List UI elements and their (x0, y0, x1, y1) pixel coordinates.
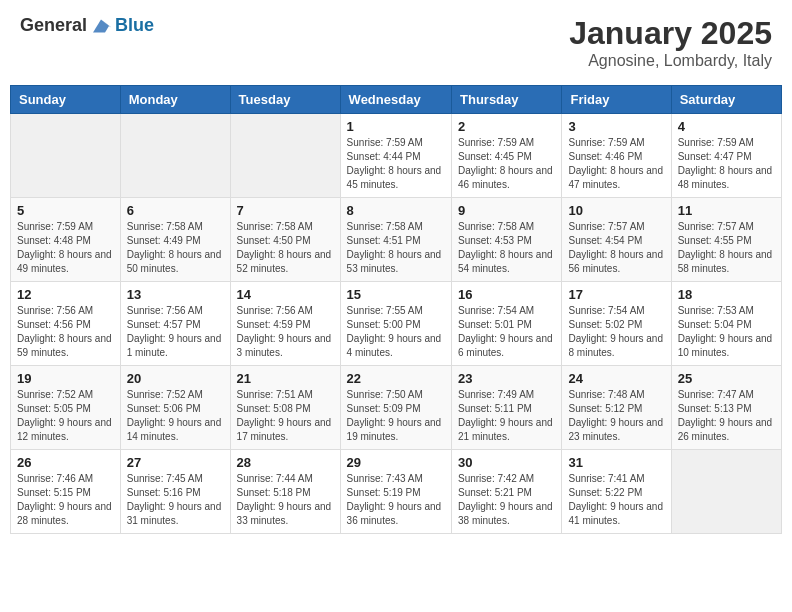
day-info: Sunrise: 7:42 AM Sunset: 5:21 PM Dayligh… (458, 472, 555, 528)
day-info: Sunrise: 7:55 AM Sunset: 5:00 PM Dayligh… (347, 304, 445, 360)
day-info: Sunrise: 7:58 AM Sunset: 4:53 PM Dayligh… (458, 220, 555, 276)
day-number: 18 (678, 287, 775, 302)
day-number: 15 (347, 287, 445, 302)
day-number: 21 (237, 371, 334, 386)
day-number: 31 (568, 455, 664, 470)
calendar-cell: 31Sunrise: 7:41 AM Sunset: 5:22 PM Dayli… (562, 450, 671, 534)
calendar-cell: 18Sunrise: 7:53 AM Sunset: 5:04 PM Dayli… (671, 282, 781, 366)
weekday-header-saturday: Saturday (671, 86, 781, 114)
calendar-cell: 30Sunrise: 7:42 AM Sunset: 5:21 PM Dayli… (452, 450, 562, 534)
day-number: 12 (17, 287, 114, 302)
day-number: 10 (568, 203, 664, 218)
day-number: 27 (127, 455, 224, 470)
calendar-cell: 28Sunrise: 7:44 AM Sunset: 5:18 PM Dayli… (230, 450, 340, 534)
calendar-cell: 1Sunrise: 7:59 AM Sunset: 4:44 PM Daylig… (340, 114, 451, 198)
day-number: 1 (347, 119, 445, 134)
calendar-cell: 22Sunrise: 7:50 AM Sunset: 5:09 PM Dayli… (340, 366, 451, 450)
day-info: Sunrise: 7:57 AM Sunset: 4:54 PM Dayligh… (568, 220, 664, 276)
day-info: Sunrise: 7:41 AM Sunset: 5:22 PM Dayligh… (568, 472, 664, 528)
location-subtitle: Agnosine, Lombardy, Italy (569, 52, 772, 70)
day-info: Sunrise: 7:44 AM Sunset: 5:18 PM Dayligh… (237, 472, 334, 528)
day-info: Sunrise: 7:53 AM Sunset: 5:04 PM Dayligh… (678, 304, 775, 360)
day-number: 17 (568, 287, 664, 302)
day-number: 8 (347, 203, 445, 218)
day-number: 2 (458, 119, 555, 134)
day-number: 30 (458, 455, 555, 470)
day-info: Sunrise: 7:59 AM Sunset: 4:47 PM Dayligh… (678, 136, 775, 192)
day-info: Sunrise: 7:54 AM Sunset: 5:01 PM Dayligh… (458, 304, 555, 360)
calendar-cell: 20Sunrise: 7:52 AM Sunset: 5:06 PM Dayli… (120, 366, 230, 450)
day-info: Sunrise: 7:51 AM Sunset: 5:08 PM Dayligh… (237, 388, 334, 444)
day-info: Sunrise: 7:54 AM Sunset: 5:02 PM Dayligh… (568, 304, 664, 360)
title-area: January 2025 Agnosine, Lombardy, Italy (569, 15, 772, 70)
weekday-header-wednesday: Wednesday (340, 86, 451, 114)
calendar-cell: 21Sunrise: 7:51 AM Sunset: 5:08 PM Dayli… (230, 366, 340, 450)
day-info: Sunrise: 7:46 AM Sunset: 5:15 PM Dayligh… (17, 472, 114, 528)
day-number: 28 (237, 455, 334, 470)
weekday-header-sunday: Sunday (11, 86, 121, 114)
calendar-cell: 12Sunrise: 7:56 AM Sunset: 4:56 PM Dayli… (11, 282, 121, 366)
calendar-cell: 6Sunrise: 7:58 AM Sunset: 4:49 PM Daylig… (120, 198, 230, 282)
calendar-cell (671, 450, 781, 534)
calendar-cell (230, 114, 340, 198)
day-number: 23 (458, 371, 555, 386)
calendar-cell: 27Sunrise: 7:45 AM Sunset: 5:16 PM Dayli… (120, 450, 230, 534)
calendar-cell: 23Sunrise: 7:49 AM Sunset: 5:11 PM Dayli… (452, 366, 562, 450)
day-number: 29 (347, 455, 445, 470)
day-number: 25 (678, 371, 775, 386)
day-number: 7 (237, 203, 334, 218)
day-number: 11 (678, 203, 775, 218)
day-number: 5 (17, 203, 114, 218)
calendar-week-row: 5Sunrise: 7:59 AM Sunset: 4:48 PM Daylig… (11, 198, 782, 282)
day-number: 9 (458, 203, 555, 218)
day-info: Sunrise: 7:59 AM Sunset: 4:48 PM Dayligh… (17, 220, 114, 276)
calendar-cell: 17Sunrise: 7:54 AM Sunset: 5:02 PM Dayli… (562, 282, 671, 366)
calendar-cell: 2Sunrise: 7:59 AM Sunset: 4:45 PM Daylig… (452, 114, 562, 198)
day-number: 4 (678, 119, 775, 134)
calendar-week-row: 12Sunrise: 7:56 AM Sunset: 4:56 PM Dayli… (11, 282, 782, 366)
day-number: 13 (127, 287, 224, 302)
calendar-week-row: 1Sunrise: 7:59 AM Sunset: 4:44 PM Daylig… (11, 114, 782, 198)
weekday-header-friday: Friday (562, 86, 671, 114)
day-info: Sunrise: 7:43 AM Sunset: 5:19 PM Dayligh… (347, 472, 445, 528)
calendar-cell: 3Sunrise: 7:59 AM Sunset: 4:46 PM Daylig… (562, 114, 671, 198)
calendar-week-row: 26Sunrise: 7:46 AM Sunset: 5:15 PM Dayli… (11, 450, 782, 534)
calendar-cell: 13Sunrise: 7:56 AM Sunset: 4:57 PM Dayli… (120, 282, 230, 366)
calendar-cell: 29Sunrise: 7:43 AM Sunset: 5:19 PM Dayli… (340, 450, 451, 534)
logo: General Blue (20, 15, 154, 36)
day-number: 6 (127, 203, 224, 218)
day-info: Sunrise: 7:52 AM Sunset: 5:06 PM Dayligh… (127, 388, 224, 444)
page-header: General Blue January 2025 Agnosine, Lomb… (10, 10, 782, 75)
month-title: January 2025 (569, 15, 772, 52)
calendar-cell: 10Sunrise: 7:57 AM Sunset: 4:54 PM Dayli… (562, 198, 671, 282)
calendar-week-row: 19Sunrise: 7:52 AM Sunset: 5:05 PM Dayli… (11, 366, 782, 450)
day-info: Sunrise: 7:59 AM Sunset: 4:46 PM Dayligh… (568, 136, 664, 192)
day-info: Sunrise: 7:56 AM Sunset: 4:57 PM Dayligh… (127, 304, 224, 360)
calendar-table: SundayMondayTuesdayWednesdayThursdayFrid… (10, 85, 782, 534)
day-info: Sunrise: 7:49 AM Sunset: 5:11 PM Dayligh… (458, 388, 555, 444)
day-number: 3 (568, 119, 664, 134)
day-info: Sunrise: 7:58 AM Sunset: 4:51 PM Dayligh… (347, 220, 445, 276)
calendar-cell: 7Sunrise: 7:58 AM Sunset: 4:50 PM Daylig… (230, 198, 340, 282)
calendar-cell: 5Sunrise: 7:59 AM Sunset: 4:48 PM Daylig… (11, 198, 121, 282)
calendar-cell: 15Sunrise: 7:55 AM Sunset: 5:00 PM Dayli… (340, 282, 451, 366)
day-info: Sunrise: 7:48 AM Sunset: 5:12 PM Dayligh… (568, 388, 664, 444)
calendar-cell: 26Sunrise: 7:46 AM Sunset: 5:15 PM Dayli… (11, 450, 121, 534)
weekday-header-tuesday: Tuesday (230, 86, 340, 114)
day-info: Sunrise: 7:47 AM Sunset: 5:13 PM Dayligh… (678, 388, 775, 444)
day-number: 20 (127, 371, 224, 386)
weekday-header-monday: Monday (120, 86, 230, 114)
day-info: Sunrise: 7:58 AM Sunset: 4:49 PM Dayligh… (127, 220, 224, 276)
day-info: Sunrise: 7:59 AM Sunset: 4:45 PM Dayligh… (458, 136, 555, 192)
day-number: 14 (237, 287, 334, 302)
day-info: Sunrise: 7:56 AM Sunset: 4:59 PM Dayligh… (237, 304, 334, 360)
calendar-cell: 8Sunrise: 7:58 AM Sunset: 4:51 PM Daylig… (340, 198, 451, 282)
calendar-cell: 19Sunrise: 7:52 AM Sunset: 5:05 PM Dayli… (11, 366, 121, 450)
day-number: 26 (17, 455, 114, 470)
day-number: 19 (17, 371, 114, 386)
day-info: Sunrise: 7:50 AM Sunset: 5:09 PM Dayligh… (347, 388, 445, 444)
calendar-cell (120, 114, 230, 198)
weekday-header-thursday: Thursday (452, 86, 562, 114)
calendar-cell: 9Sunrise: 7:58 AM Sunset: 4:53 PM Daylig… (452, 198, 562, 282)
day-number: 16 (458, 287, 555, 302)
